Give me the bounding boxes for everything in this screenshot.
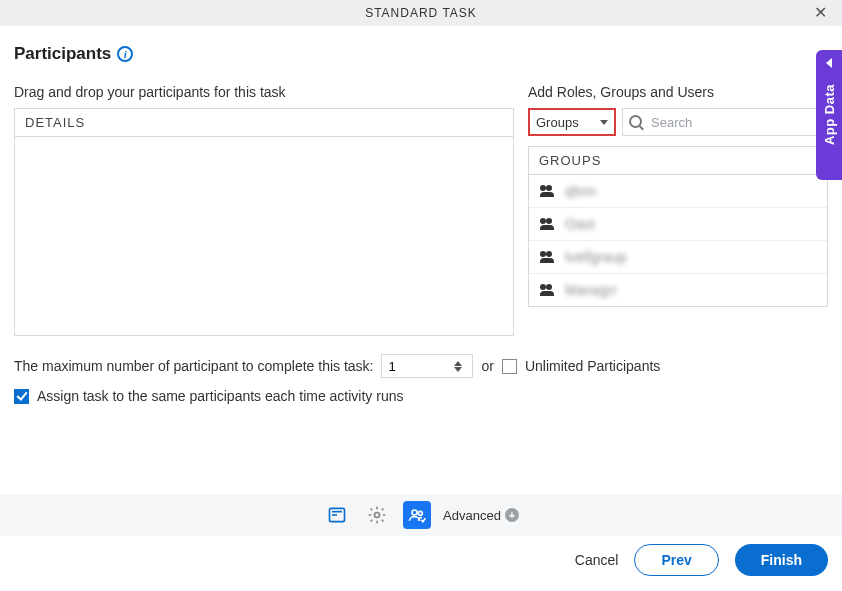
heading-text: Participants <box>14 44 111 64</box>
list-item[interactable]: qbnn <box>529 175 827 208</box>
max-participants-stepper[interactable] <box>381 354 473 378</box>
list-item[interactable]: tvelfgraup <box>529 241 827 274</box>
advanced-button[interactable]: Advanced + <box>443 508 519 523</box>
info-icon[interactable]: i <box>117 46 133 62</box>
search-input[interactable] <box>649 114 821 131</box>
max-participants-input[interactable] <box>382 359 450 374</box>
group-icon <box>539 284 555 296</box>
gear-icon <box>367 505 387 525</box>
add-column: Add Roles, Groups and Users Groups GROUP… <box>528 84 828 336</box>
list-item[interactable]: Oast <box>529 208 827 241</box>
assign-row: Assign task to the same participants eac… <box>14 388 828 404</box>
type-search-row: Groups <box>528 108 828 136</box>
unlimited-label: Unlimited Participants <box>525 358 660 374</box>
spinner-group <box>450 361 466 372</box>
toolbar: Advanced + <box>0 494 842 536</box>
svg-point-5 <box>418 511 422 515</box>
group-name: qbnn <box>565 183 596 199</box>
columns: Drag and drop your participants for this… <box>14 84 828 336</box>
participants-drop-zone[interactable]: DETAILS <box>14 108 514 336</box>
search-field-wrap <box>622 108 828 136</box>
group-icon <box>539 185 555 197</box>
dialog-body: Participants i Drag and drop your partic… <box>0 26 842 414</box>
drop-label: Drag and drop your participants for this… <box>14 84 514 100</box>
svg-point-4 <box>412 510 417 515</box>
groups-header: GROUPS <box>529 147 827 175</box>
type-select[interactable]: Groups <box>528 108 616 136</box>
page-title: Participants i <box>14 44 828 64</box>
chevron-left-icon <box>826 58 832 68</box>
stepper-down-icon[interactable] <box>454 367 462 372</box>
footer: Cancel Prev Finish <box>0 536 842 584</box>
standard-task-dialog: STANDARD TASK ✕ App Data Participants i … <box>0 0 842 584</box>
max-label: The maximum number of participant to com… <box>14 358 373 374</box>
assign-checkbox[interactable] <box>14 389 29 404</box>
chevron-down-icon <box>600 120 608 125</box>
group-name: tvelfgraup <box>565 249 626 265</box>
dialog-title: STANDARD TASK <box>365 6 477 20</box>
group-name: Managrr <box>565 282 617 298</box>
group-icon <box>539 218 555 230</box>
or-label: or <box>481 358 493 374</box>
add-label: Add Roles, Groups and Users <box>528 84 828 100</box>
form-view-button[interactable] <box>323 501 351 529</box>
svg-point-3 <box>375 513 380 518</box>
group-name: Oast <box>565 216 595 232</box>
form-icon <box>327 505 347 525</box>
close-icon[interactable]: ✕ <box>808 0 834 26</box>
settings-button[interactable] <box>363 501 391 529</box>
finish-button[interactable]: Finish <box>735 544 828 576</box>
drop-header: DETAILS <box>15 109 513 137</box>
group-icon <box>539 251 555 263</box>
type-select-value: Groups <box>536 115 579 130</box>
cancel-button[interactable]: Cancel <box>575 552 619 568</box>
participants-column: Drag and drop your participants for this… <box>14 84 514 336</box>
groups-panel: GROUPS qbnn Oast tvelfgraup <box>528 146 828 307</box>
search-icon <box>629 115 643 129</box>
titlebar: STANDARD TASK ✕ <box>0 0 842 26</box>
stepper-up-icon[interactable] <box>454 361 462 366</box>
participants-tool-button[interactable] <box>403 501 431 529</box>
app-data-label: App Data <box>822 84 837 145</box>
advanced-label: Advanced <box>443 508 501 523</box>
prev-button[interactable]: Prev <box>634 544 718 576</box>
plus-icon: + <box>505 508 519 522</box>
assign-label: Assign task to the same participants eac… <box>37 388 404 404</box>
list-item[interactable]: Managrr <box>529 274 827 306</box>
unlimited-checkbox[interactable] <box>502 359 517 374</box>
app-data-tab[interactable]: App Data <box>816 50 842 180</box>
max-participants-row: The maximum number of participant to com… <box>14 354 828 378</box>
people-icon <box>407 505 427 525</box>
